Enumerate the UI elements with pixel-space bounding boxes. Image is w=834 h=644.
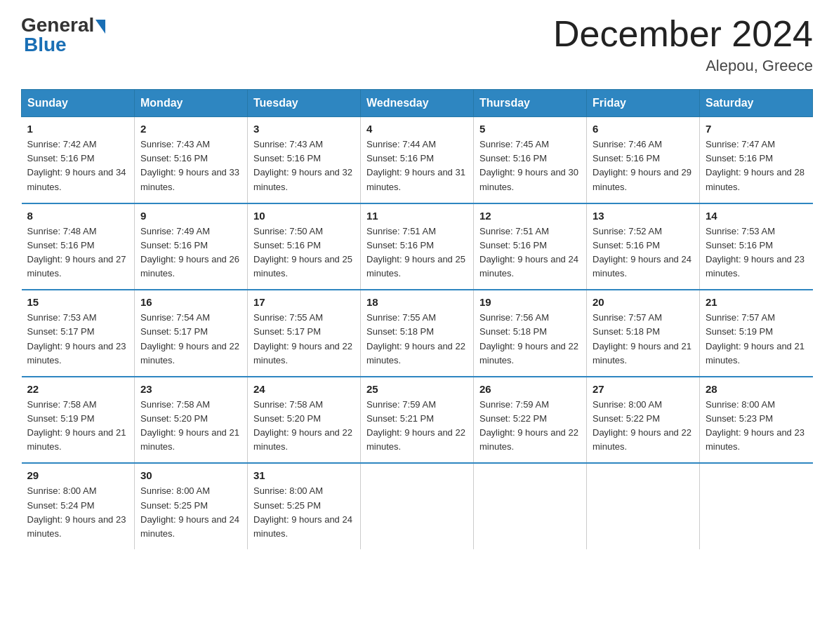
logo-arrow-icon (95, 20, 105, 34)
day-info: Sunrise: 8:00 AM Sunset: 5:22 PM Dayligh… (593, 398, 694, 455)
day-number: 15 (27, 296, 129, 308)
table-row (587, 463, 700, 549)
day-number: 26 (479, 383, 581, 395)
calendar-week-row: 29 Sunrise: 8:00 AM Sunset: 5:24 PM Dayl… (22, 463, 813, 549)
table-row: 30 Sunrise: 8:00 AM Sunset: 5:25 PM Dayl… (135, 463, 248, 549)
col-saturday: Saturday (700, 90, 813, 117)
day-info: Sunrise: 7:47 AM Sunset: 5:16 PM Dayligh… (706, 137, 807, 194)
table-row: 9 Sunrise: 7:49 AM Sunset: 5:16 PM Dayli… (135, 203, 248, 290)
day-info: Sunrise: 7:48 AM Sunset: 5:16 PM Dayligh… (27, 224, 129, 281)
col-thursday: Thursday (474, 90, 587, 117)
day-info: Sunrise: 7:57 AM Sunset: 5:18 PM Dayligh… (593, 311, 694, 368)
table-row: 27 Sunrise: 8:00 AM Sunset: 5:22 PM Dayl… (587, 377, 700, 464)
day-number: 11 (366, 210, 468, 222)
day-number: 5 (479, 123, 581, 135)
day-info: Sunrise: 8:00 AM Sunset: 5:25 PM Dayligh… (140, 484, 241, 541)
day-info: Sunrise: 7:55 AM Sunset: 5:17 PM Dayligh… (253, 311, 355, 368)
day-number: 22 (27, 383, 129, 395)
day-number: 18 (366, 296, 468, 308)
table-row: 5 Sunrise: 7:45 AM Sunset: 5:16 PM Dayli… (474, 117, 587, 203)
day-number: 1 (27, 123, 129, 135)
table-row: 12 Sunrise: 7:51 AM Sunset: 5:16 PM Dayl… (474, 203, 587, 290)
day-number: 3 (253, 123, 355, 135)
day-info: Sunrise: 7:53 AM Sunset: 5:16 PM Dayligh… (706, 224, 807, 281)
day-info: Sunrise: 7:52 AM Sunset: 5:16 PM Dayligh… (593, 224, 694, 281)
table-row: 26 Sunrise: 7:59 AM Sunset: 5:22 PM Dayl… (474, 377, 587, 464)
logo: General Blue (21, 14, 105, 56)
table-row: 21 Sunrise: 7:57 AM Sunset: 5:19 PM Dayl… (700, 290, 813, 377)
day-info: Sunrise: 7:50 AM Sunset: 5:16 PM Dayligh… (253, 224, 355, 281)
table-row: 16 Sunrise: 7:54 AM Sunset: 5:17 PM Dayl… (135, 290, 248, 377)
month-title: December 2024 (553, 14, 813, 54)
day-number: 23 (140, 383, 241, 395)
day-info: Sunrise: 8:00 AM Sunset: 5:23 PM Dayligh… (706, 398, 807, 455)
day-number: 29 (27, 469, 129, 481)
table-row: 23 Sunrise: 7:58 AM Sunset: 5:20 PM Dayl… (135, 377, 248, 464)
day-info: Sunrise: 7:51 AM Sunset: 5:16 PM Dayligh… (366, 224, 468, 281)
table-row: 11 Sunrise: 7:51 AM Sunset: 5:16 PM Dayl… (361, 203, 474, 290)
day-number: 19 (479, 296, 581, 308)
table-row: 18 Sunrise: 7:55 AM Sunset: 5:18 PM Dayl… (361, 290, 474, 377)
day-number: 25 (366, 383, 468, 395)
day-info: Sunrise: 7:57 AM Sunset: 5:19 PM Dayligh… (706, 311, 807, 368)
day-info: Sunrise: 7:59 AM Sunset: 5:22 PM Dayligh… (479, 398, 581, 455)
col-monday: Monday (135, 90, 248, 117)
page-header: General Blue December 2024 Alepou, Greec… (21, 14, 813, 75)
calendar-week-row: 1 Sunrise: 7:42 AM Sunset: 5:16 PM Dayli… (22, 117, 813, 203)
table-row: 15 Sunrise: 7:53 AM Sunset: 5:17 PM Dayl… (22, 290, 135, 377)
calendar-table: Sunday Monday Tuesday Wednesday Thursday… (21, 89, 813, 549)
day-info: Sunrise: 7:58 AM Sunset: 5:19 PM Dayligh… (27, 398, 129, 455)
day-info: Sunrise: 7:58 AM Sunset: 5:20 PM Dayligh… (253, 398, 355, 455)
day-number: 13 (593, 210, 694, 222)
day-number: 8 (27, 210, 129, 222)
table-row: 4 Sunrise: 7:44 AM Sunset: 5:16 PM Dayli… (361, 117, 474, 203)
table-row: 17 Sunrise: 7:55 AM Sunset: 5:17 PM Dayl… (248, 290, 361, 377)
day-info: Sunrise: 8:00 AM Sunset: 5:25 PM Dayligh… (253, 484, 355, 541)
col-tuesday: Tuesday (248, 90, 361, 117)
table-row: 13 Sunrise: 7:52 AM Sunset: 5:16 PM Dayl… (587, 203, 700, 290)
day-number: 30 (140, 469, 241, 481)
day-info: Sunrise: 7:51 AM Sunset: 5:16 PM Dayligh… (479, 224, 581, 281)
calendar-week-row: 22 Sunrise: 7:58 AM Sunset: 5:19 PM Dayl… (22, 377, 813, 464)
table-row: 29 Sunrise: 8:00 AM Sunset: 5:24 PM Dayl… (22, 463, 135, 549)
day-number: 2 (140, 123, 241, 135)
table-row: 7 Sunrise: 7:47 AM Sunset: 5:16 PM Dayli… (700, 117, 813, 203)
day-info: Sunrise: 7:45 AM Sunset: 5:16 PM Dayligh… (479, 137, 581, 194)
table-row: 2 Sunrise: 7:43 AM Sunset: 5:16 PM Dayli… (135, 117, 248, 203)
day-number: 28 (706, 383, 807, 395)
table-row: 14 Sunrise: 7:53 AM Sunset: 5:16 PM Dayl… (700, 203, 813, 290)
table-row (700, 463, 813, 549)
calendar-week-row: 15 Sunrise: 7:53 AM Sunset: 5:17 PM Dayl… (22, 290, 813, 377)
location: Alepou, Greece (553, 57, 813, 75)
day-info: Sunrise: 7:44 AM Sunset: 5:16 PM Dayligh… (366, 137, 468, 194)
day-info: Sunrise: 7:56 AM Sunset: 5:18 PM Dayligh… (479, 311, 581, 368)
day-number: 12 (479, 210, 581, 222)
table-row: 31 Sunrise: 8:00 AM Sunset: 5:25 PM Dayl… (248, 463, 361, 549)
day-number: 4 (366, 123, 468, 135)
col-sunday: Sunday (22, 90, 135, 117)
col-wednesday: Wednesday (361, 90, 474, 117)
table-row: 28 Sunrise: 8:00 AM Sunset: 5:23 PM Dayl… (700, 377, 813, 464)
day-info: Sunrise: 7:49 AM Sunset: 5:16 PM Dayligh… (140, 224, 241, 281)
table-row: 1 Sunrise: 7:42 AM Sunset: 5:16 PM Dayli… (22, 117, 135, 203)
table-row: 6 Sunrise: 7:46 AM Sunset: 5:16 PM Dayli… (587, 117, 700, 203)
day-info: Sunrise: 7:59 AM Sunset: 5:21 PM Dayligh… (366, 398, 468, 455)
day-number: 16 (140, 296, 241, 308)
logo-blue-text: Blue (21, 34, 67, 56)
day-number: 7 (706, 123, 807, 135)
table-row: 10 Sunrise: 7:50 AM Sunset: 5:16 PM Dayl… (248, 203, 361, 290)
day-info: Sunrise: 7:53 AM Sunset: 5:17 PM Dayligh… (27, 311, 129, 368)
day-number: 10 (253, 210, 355, 222)
day-number: 9 (140, 210, 241, 222)
table-row: 8 Sunrise: 7:48 AM Sunset: 5:16 PM Dayli… (22, 203, 135, 290)
day-info: Sunrise: 8:00 AM Sunset: 5:24 PM Dayligh… (27, 484, 129, 541)
table-row: 19 Sunrise: 7:56 AM Sunset: 5:18 PM Dayl… (474, 290, 587, 377)
day-number: 31 (253, 469, 355, 481)
day-info: Sunrise: 7:55 AM Sunset: 5:18 PM Dayligh… (366, 311, 468, 368)
table-row (474, 463, 587, 549)
table-row: 22 Sunrise: 7:58 AM Sunset: 5:19 PM Dayl… (22, 377, 135, 464)
day-number: 24 (253, 383, 355, 395)
col-friday: Friday (587, 90, 700, 117)
calendar-week-row: 8 Sunrise: 7:48 AM Sunset: 5:16 PM Dayli… (22, 203, 813, 290)
day-number: 14 (706, 210, 807, 222)
